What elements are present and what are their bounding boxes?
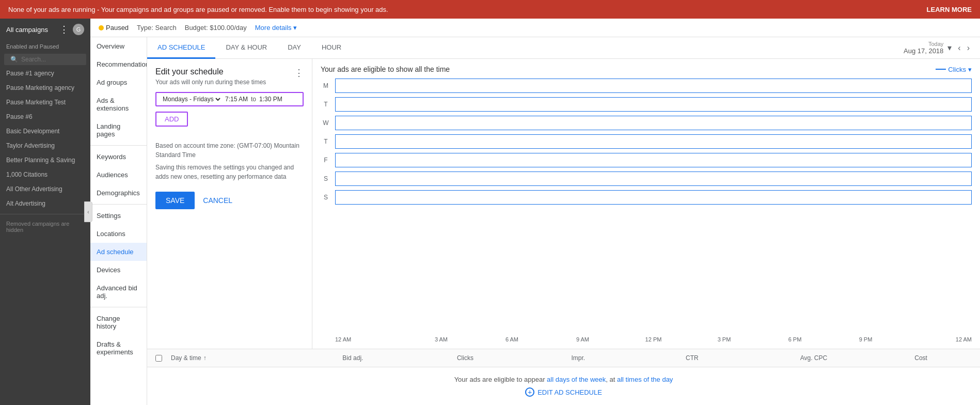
day-bar[interactable] (335, 97, 972, 112)
time-axis-label: 9 AM (547, 336, 618, 342)
sidebar-header: All campaigns ⋮ G (0, 19, 90, 40)
sidebar-item-5[interactable]: Taylor Advertising (0, 138, 90, 153)
sidebar-item-9[interactable]: Alt Advertising (0, 196, 90, 211)
th-clicks[interactable]: Clicks (457, 354, 572, 362)
tab-day-hour[interactable]: DAY & HOUR (215, 37, 277, 59)
sidebar-search[interactable]: 🔍 (4, 54, 86, 65)
th-cost[interactable]: Cost (914, 354, 972, 362)
type-info: Type: Search (137, 24, 177, 32)
day-bar[interactable] (335, 79, 972, 93)
edit-schedule-label: EDIT AD SCHEDULE (538, 388, 602, 396)
th-impr[interactable]: Impr. (572, 354, 686, 362)
tab-ad-schedule[interactable]: AD SCHEDULE (147, 37, 215, 59)
day-bar[interactable] (335, 190, 972, 205)
day-row: M (321, 77, 972, 94)
sub-nav-ads-extensions[interactable]: Ads & extensions (90, 91, 147, 117)
add-button[interactable]: ADD (155, 112, 188, 127)
to-label: to (251, 96, 256, 103)
day-bar[interactable] (335, 153, 972, 167)
day-bar[interactable] (335, 116, 972, 130)
sidebar-item-7[interactable]: 1,000 Citations (0, 167, 90, 182)
left-sidebar: All campaigns ⋮ G Enabled and Paused 🔍 P… (0, 19, 90, 405)
sidebar-item-1[interactable]: Pause Marketing agency (0, 81, 90, 95)
more-details-label: More details (255, 24, 292, 32)
sub-nav-recommendations[interactable]: Recommendations (90, 55, 147, 73)
th-cost-label: Cost (914, 354, 927, 362)
sub-nav-settings[interactable]: Settings (90, 207, 147, 225)
time-axis-label: 6 PM (760, 336, 830, 342)
day-label: W (321, 119, 331, 127)
sub-nav-advanced-bid[interactable]: Advanced bid adj. (90, 279, 147, 305)
th-avg-cpc[interactable]: Avg. CPC (800, 354, 915, 362)
date-next-button[interactable]: › (965, 42, 972, 54)
eligible-bold: all the time (415, 65, 450, 73)
time-axis-label: 9 PM (830, 336, 901, 342)
save-button[interactable]: SAVE (155, 192, 195, 209)
th-ctr-label: CTR (686, 354, 699, 362)
status-badge: Paused (99, 24, 129, 32)
day-range-select[interactable]: Mondays - Fridays (161, 95, 222, 103)
schedule-editor-title: Edit your schedule (155, 67, 266, 76)
today-label: Today (904, 41, 943, 47)
time-axis-label: 12 PM (618, 336, 689, 342)
sub-nav-landing-pages[interactable]: Landing pages (90, 117, 147, 143)
sub-nav-ad-schedule[interactable]: Ad schedule (90, 243, 147, 261)
sidebar-divider (0, 214, 90, 214)
learn-more-link[interactable]: LEARN MORE (927, 6, 972, 13)
time-axis-label: 3 AM (406, 336, 477, 342)
more-details-button[interactable]: More details ▾ (255, 24, 297, 32)
schedule-menu-icon[interactable]: ⋮ (294, 67, 304, 79)
edit-schedule-link[interactable]: + EDIT AD SCHEDULE (155, 387, 972, 397)
date-dropdown-button[interactable]: ▾ (945, 42, 954, 54)
day-label: S (321, 175, 331, 182)
time-axis-label: 3 PM (689, 336, 760, 342)
tab-day[interactable]: DAY (277, 37, 311, 59)
sub-nav-drafts[interactable]: Drafts & experiments (90, 335, 147, 361)
sidebar-search-input[interactable] (21, 56, 80, 63)
budget-info: Budget: $100.00/day (185, 24, 247, 32)
date-prev-button[interactable]: ‹ (956, 42, 962, 54)
table-body-text: Your ads are eligible to appear all days… (155, 376, 972, 383)
day-bar[interactable] (335, 172, 972, 186)
sub-nav-change-history[interactable]: Change history (90, 309, 147, 335)
sub-nav-audiences[interactable]: Audiences (90, 166, 147, 184)
sidebar-item-3[interactable]: Pause #6 (0, 110, 90, 124)
sidebar-item-0[interactable]: Pause #1 agency (0, 66, 90, 81)
bottom-table: Day & time ↑ Bid adj. Clicks Impr. (147, 349, 980, 405)
th-bid-adj[interactable]: Bid adj. (342, 354, 457, 362)
budget-value: $100.00/day (210, 24, 247, 32)
eligible-prefix: Your ads are eligible to show (321, 65, 413, 73)
clicks-legend[interactable]: Clicks ▾ (936, 66, 972, 73)
all-times-text: all times of the day (617, 376, 673, 383)
sidebar-options-icon[interactable]: ⋮ (59, 25, 69, 34)
clicks-dropdown-icon[interactable]: ▾ (968, 66, 972, 73)
sub-nav-devices[interactable]: Devices (90, 261, 147, 279)
cancel-button[interactable]: CANCEL (203, 196, 232, 205)
sub-nav-demographics[interactable]: Demographics (90, 184, 147, 202)
sub-nav-keywords[interactable]: Keywords (90, 148, 147, 166)
day-label: S (321, 194, 331, 201)
sub-nav-ad-groups[interactable]: Ad groups (90, 73, 147, 91)
th-day-time[interactable]: Day & time ↑ (171, 354, 342, 362)
th-ctr[interactable]: CTR (686, 354, 800, 362)
table-body: Your ads are eligible to appear all days… (147, 367, 980, 405)
th-impr-label: Impr. (572, 354, 586, 362)
chevron-down-icon: ▾ (293, 24, 297, 32)
time-axis: 12 AM3 AM6 AM9 AM12 PM3 PM6 PM9 PM12 AM (335, 336, 972, 342)
time-from: 7:15 AM (225, 96, 248, 103)
clicks-legend-label: Clicks (948, 66, 966, 73)
select-all-checkbox[interactable] (155, 355, 162, 362)
day-bar[interactable] (335, 134, 972, 149)
sidebar-item-6[interactable]: Better Planning & Saving (0, 153, 90, 167)
day-row: S (321, 189, 972, 206)
day-row: F (321, 152, 972, 168)
tab-hour[interactable]: HOUR (311, 37, 352, 59)
sidebar-collapse-button[interactable]: ‹ (84, 201, 92, 222)
status-label: Paused (106, 24, 129, 32)
sidebar-item-2[interactable]: Pause Marketing Test (0, 95, 90, 110)
sub-nav-overview[interactable]: Overview (90, 37, 147, 55)
search-icon: 🔍 (10, 56, 18, 63)
sub-nav-locations[interactable]: Locations (90, 225, 147, 243)
sidebar-item-8[interactable]: All Other Advertising (0, 182, 90, 196)
sidebar-item-4[interactable]: Basic Development (0, 124, 90, 138)
